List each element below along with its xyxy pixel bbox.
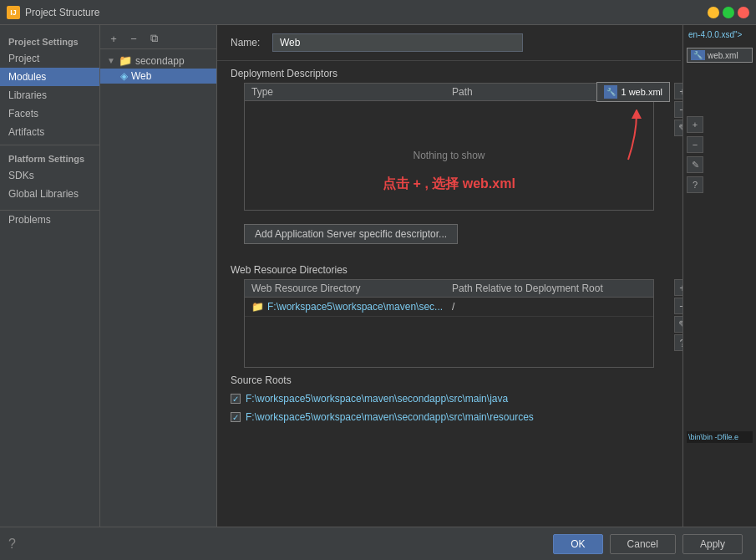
sidebar-item-modules[interactable]: Modules: [0, 68, 99, 86]
sidebar-item-facets[interactable]: Facets: [0, 104, 99, 123]
web-resource-section-title: Web Resource Directories: [217, 257, 681, 279]
web-resource-row[interactable]: 📁 F:\workspace5\workspace\maven\sec... /: [245, 298, 653, 317]
copy-module-button[interactable]: ⧉: [145, 30, 162, 47]
apply-button[interactable]: Apply: [682, 534, 743, 554]
cancel-button[interactable]: Cancel: [610, 534, 676, 554]
source-row-1: ✓ F:\workspace5\workspace\maven\secondap…: [217, 389, 681, 408]
project-settings-title: Project Settings: [0, 32, 99, 49]
wr-table-padding: [245, 317, 653, 367]
tree-item-secondapp[interactable]: ▼ 📁 secondapp: [100, 53, 216, 69]
content-area: Name: Deployment Descriptors Type Path N…: [217, 25, 756, 527]
type-header: Type: [245, 86, 445, 98]
maximize-button[interactable]: [723, 7, 734, 18]
wr-dir-header: Web Resource Directory: [245, 283, 445, 294]
web-resource-header: Web Resource Directory Path Relative to …: [245, 280, 653, 298]
sidebar-item-artifacts[interactable]: Artifacts: [0, 123, 99, 141]
web-xml-tooltip: 🔧 1 web.xml: [596, 82, 670, 102]
sidebar: Project Settings Project Modules Librari…: [0, 25, 100, 527]
tree-item-web[interactable]: ◈ Web: [100, 69, 216, 84]
web-xml-icon: 🔧: [604, 85, 617, 99]
wr-path-header: Path Relative to Deployment Root: [445, 283, 653, 294]
ok-button[interactable]: OK: [553, 534, 602, 554]
source-path-1: F:\workspace5\workspace\maven\secondapp\…: [246, 393, 508, 405]
folder-icon-wr: 📁: [251, 301, 264, 313]
wr-dir-cell: 📁 F:\workspace5\workspace\maven\sec...: [245, 301, 445, 313]
platform-settings-title: Platform Settings: [0, 145, 99, 166]
remove-module-button[interactable]: −: [125, 30, 142, 47]
source-checkbox-2[interactable]: ✓: [231, 412, 241, 422]
folder-icon: 📁: [119, 54, 132, 67]
right-action-2[interactable]: −: [687, 136, 703, 153]
source-path-2: F:\workspace5\workspace\maven\secondapp\…: [246, 411, 534, 423]
tree-panel: + − ⧉ ▼ 📁 secondapp ◈ Web: [100, 25, 217, 527]
annotation-text: 点击 + , 选择 web.xml: [383, 176, 515, 193]
title-bar: IJ Project Structure: [0, 0, 756, 25]
window-title: Project Structure: [25, 7, 708, 18]
badge-icon: 🔧: [691, 50, 705, 60]
tree-toolbar: + − ⧉: [100, 28, 216, 49]
sidebar-item-libraries[interactable]: Libraries: [0, 86, 99, 104]
deployment-table-body: Nothing to show 点击 + , 选择 web.xml: [245, 101, 653, 210]
source-checkbox-1[interactable]: ✓: [231, 394, 241, 404]
name-label: Name:: [231, 37, 264, 48]
right-action-help[interactable]: ?: [687, 176, 703, 193]
deployment-table-header: Type Path: [245, 84, 653, 101]
web-xml-badge: 🔧 web.xml: [687, 48, 753, 63]
source-row-2: ✓ F:\workspace5\workspace\maven\secondap…: [217, 408, 681, 426]
window-controls: [708, 7, 749, 18]
right-code-panel: en-4.0.0.xsd"> 🔧 web.xml + − ✎ ? \bin\bi…: [682, 25, 756, 527]
right-action-1[interactable]: +: [687, 116, 703, 133]
bottom-bar: ? OK Cancel Apply: [0, 527, 756, 560]
web-resource-table: Web Resource Directory Path Relative to …: [244, 279, 654, 368]
close-button[interactable]: [738, 7, 749, 18]
sidebar-item-global-libraries[interactable]: Global Libraries: [0, 185, 99, 203]
nothing-to-show: Nothing to show: [413, 150, 485, 161]
help-icon[interactable]: ?: [8, 537, 16, 552]
name-row: Name:: [217, 25, 681, 61]
source-roots-title: Source Roots: [217, 368, 681, 389]
wr-path-cell: /: [445, 301, 653, 313]
sidebar-item-project[interactable]: Project: [0, 49, 99, 68]
right-code-snippet: \bin\bin -Dfile.e: [687, 431, 753, 443]
name-input[interactable]: [272, 33, 523, 52]
deployment-section-title: Deployment Descriptors: [217, 61, 681, 83]
add-server-container: Add Application Server specific descript…: [217, 211, 681, 257]
right-panel-actions: + − ✎ ?: [683, 113, 756, 196]
sidebar-item-problems[interactable]: Problems: [0, 210, 99, 229]
app-icon: IJ: [7, 6, 20, 19]
minimize-button[interactable]: [708, 7, 719, 18]
right-code-line1: en-4.0.0.xsd">: [685, 28, 754, 41]
deployment-table: Type Path Nothing to show 点击 + , 选择 web.…: [244, 83, 654, 211]
add-server-button[interactable]: Add Application Server specific descript…: [244, 224, 458, 244]
add-module-button[interactable]: +: [105, 30, 122, 47]
sidebar-item-sdks[interactable]: SDKs: [0, 166, 99, 185]
badge-label: web.xml: [708, 51, 738, 60]
right-action-edit[interactable]: ✎: [687, 156, 703, 173]
web-facet-icon: ◈: [120, 70, 128, 82]
tree-arrow-icon: ▼: [107, 56, 115, 65]
arrow-indicator: [578, 109, 645, 168]
